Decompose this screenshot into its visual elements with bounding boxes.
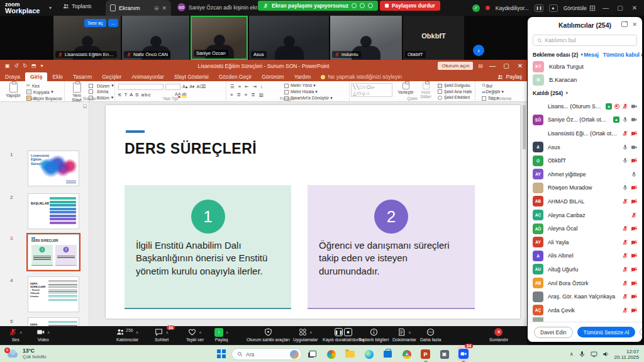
participant-row[interactable]: AYAli Yayla — [528, 235, 642, 249]
stop-share-button[interactable]: Paylaşımı durdur — [380, 1, 440, 11]
close-icon[interactable]: ✕ — [162, 5, 167, 11]
meeting-info-button[interactable]: Toplantı bilgileri — [358, 327, 389, 342]
reset-button[interactable]: Sıfırla — [89, 89, 114, 94]
stop-recording-button[interactable]: ■ — [549, 4, 558, 12]
tray-volume-icon[interactable] — [602, 351, 609, 358]
joined-header[interactable]: Katıldı (254) — [533, 90, 563, 96]
share-screen-button[interactable]: ↑∧ Paylaş — [214, 327, 228, 342]
tab-animations[interactable]: Animasyonlar — [126, 72, 169, 81]
slide-box-1[interactable]: 1 İlgili Enstitü Anabilim Dalı Başkanlığ… — [125, 185, 291, 309]
shape-outline-button[interactable]: Şekil Ana Hattı — [438, 89, 472, 94]
redo-icon[interactable]: ↻ — [23, 63, 27, 69]
search-input[interactable] — [545, 37, 633, 43]
video-tile[interactable]: mdumlu — [330, 16, 402, 60]
pause-share-icon[interactable] — [360, 3, 365, 8]
chat-button[interactable]: 34∧ Sohbet — [155, 327, 169, 342]
ppt-share-button[interactable]: Paylaş — [497, 74, 522, 80]
layout-button[interactable]: Düzen ▾ — [89, 83, 114, 88]
tab-file[interactable]: Dosya — [0, 72, 25, 81]
participant-row[interactable]: Lisans... (Oturum Sahibi, ben) ▲ — [528, 99, 642, 113]
chevron-down-icon[interactable]: ▾ — [49, 5, 52, 11]
video-tile[interactable]: Sesi aç ... Lisansüstü Eğitim Enstitüsü — [53, 16, 121, 60]
video-tile[interactable]: Nafiz Öncü CAN — [122, 16, 189, 60]
security-shield-icon[interactable]: ✓ — [472, 4, 480, 12]
taskbar-clock[interactable]: 12:07 20.11.2025 — [614, 349, 639, 360]
slide-thumbnail-4[interactable]: DERS SÜREÇLERİ - Tezsiz Yüksek Lisans — [28, 276, 79, 312]
edge-button[interactable] — [363, 348, 375, 360]
grow-font-icon[interactable]: A▴ — [182, 84, 187, 89]
audio-button[interactable]: ∧ Ses — [9, 327, 22, 342]
slide-scrollbar[interactable] — [522, 105, 526, 319]
video-tile-no-video[interactable]: ObkbfT ObkbfT — [403, 16, 464, 60]
admit-all-link[interactable]: Tümünü kabul et — [603, 52, 642, 58]
video-tile[interactable]: Asus — [249, 16, 329, 60]
message-link[interactable]: Mesaj — [584, 52, 599, 58]
list-buttons[interactable]: ☰ ≡ ⇤ ⇥ ↕ — [230, 84, 264, 89]
scroll-up-icon[interactable]: ▲ — [83, 105, 87, 108]
participant-row[interactable]: Araş. Gör. Kaan Yalçınkaya — [528, 290, 642, 303]
slide-thumbnail-1[interactable]: Lisansüstü Eğitim Süreçleri — [28, 150, 79, 186]
tab-shared-screen[interactable]: SÖ Saniye Özcan adlı kişinin ekranı — [177, 3, 265, 11]
clear-format-icon[interactable]: A⌫ — [196, 84, 206, 89]
font-name-box[interactable] — [118, 84, 164, 90]
font-color-buttons[interactable]: AA ab — [175, 92, 187, 96]
maximize-button[interactable]: ▢ — [616, 4, 625, 11]
slide-thumbnail-3-selected[interactable]: DERS SÜREÇLERİ 1 2 — [28, 234, 79, 270]
reactions-button[interactable]: ∧ Tepki ver — [186, 327, 204, 342]
cut-button[interactable]: ✂ Kes — [26, 83, 62, 88]
tab-design[interactable]: Tasarım — [68, 72, 97, 81]
minimize-button[interactable]: — — [601, 4, 610, 11]
more-button[interactable]: Daha fazla — [420, 327, 441, 342]
pause-circle-icon[interactable]: ⊖ — [154, 5, 159, 11]
ppt-minimize-button[interactable]: — — [488, 62, 497, 69]
video-button[interactable]: ∧ Video — [36, 327, 50, 342]
align-text-button[interactable]: Metni Hizala ▾ — [284, 89, 333, 94]
waiting-row[interactable]: B B.Karacan — [528, 73, 642, 86]
more-options-button[interactable]: ... — [108, 19, 118, 27]
weather-widget[interactable]: 9 13°C Çok bulutlu — [6, 348, 47, 359]
shapes-gallery[interactable]: ╲╲□○⬠▻ △⬭◇☆ — [351, 83, 392, 97]
view-button[interactable]: Görüntüle — [564, 5, 596, 11]
participant-row[interactable]: AYAhmet yiğittepe — [528, 167, 642, 181]
waiting-row[interactable]: KT Kübra Turgut — [528, 60, 642, 73]
tray-mic-icon[interactable] — [579, 351, 586, 358]
mute-all-button[interactable]: Tümünü Sessize Al — [577, 327, 636, 337]
ribbon-options-icon[interactable]: ▤ — [478, 63, 483, 69]
close-button[interactable]: ✕ — [630, 4, 639, 11]
participant-row[interactable]: SÖSaniye Öz... (Ortak oturum sahibi) ▲ — [528, 113, 642, 127]
store-button[interactable] — [382, 348, 394, 360]
participants-button[interactable]: 256∧ Katılımcılar — [116, 327, 138, 342]
save-icon[interactable]: ▣ — [5, 63, 10, 69]
sign-in-button[interactable]: Oturum açın — [438, 62, 473, 70]
text-direction-button[interactable]: Metin Yönü ▾ — [284, 83, 333, 88]
participant-row[interactable]: AÇArda Çevik — [528, 303, 642, 317]
participant-search[interactable] — [533, 35, 637, 46]
mic-status-icon[interactable] — [352, 3, 357, 8]
participant-row[interactable]: Röwşen Muradow — [528, 181, 642, 195]
replace-button[interactable]: abDeğiştir ▾ — [482, 89, 504, 94]
tell-me-box[interactable]: Ne yapmak istediğinizi söyleyin — [316, 72, 407, 81]
participant-row[interactable]: AAsus — [528, 140, 642, 154]
tab-view[interactable]: Görünüm — [257, 72, 289, 81]
tab-transitions[interactable]: Geçişler — [97, 72, 126, 81]
close-panel-icon[interactable]: ✕ — [632, 21, 637, 28]
end-meeting-button[interactable]: ✕ Sonlandır — [489, 327, 508, 342]
unmute-button[interactable]: Sesi aç — [84, 19, 106, 27]
documents-button[interactable]: ∧ Dokümanlar — [392, 327, 416, 342]
task-view-button[interactable] — [306, 348, 318, 360]
slide-box-2[interactable]: 2 Öğrenci ve danışmanı süreçleri takip e… — [308, 185, 475, 309]
undo-icon[interactable]: ↺ — [14, 63, 19, 69]
slide-thumbnail-2[interactable]: BAŞLIKLAR — [28, 193, 79, 229]
copilot-button[interactable] — [325, 348, 337, 360]
participant-row[interactable]: ABAnıl Bora Öztürk — [528, 276, 642, 290]
tray-expand-icon[interactable]: ∧ — [570, 351, 574, 357]
taskbar-search[interactable]: Ara — [231, 348, 302, 360]
invite-button[interactable]: Davet Edin — [534, 327, 573, 338]
participant-row[interactable]: AAlis Altınel — [528, 249, 642, 263]
tab-review[interactable]: Gözden Geçir — [214, 72, 257, 81]
shape-fill-button[interactable]: Şekil Dolgusu — [438, 83, 472, 88]
participant-row[interactable]: AUAltuğ Uğurlu — [528, 263, 642, 276]
ppt-close-button[interactable]: ✕ — [516, 62, 525, 69]
find-button[interactable]: Bul — [482, 83, 504, 88]
participant-row[interactable]: AÖAleyna Öcal — [528, 222, 642, 235]
